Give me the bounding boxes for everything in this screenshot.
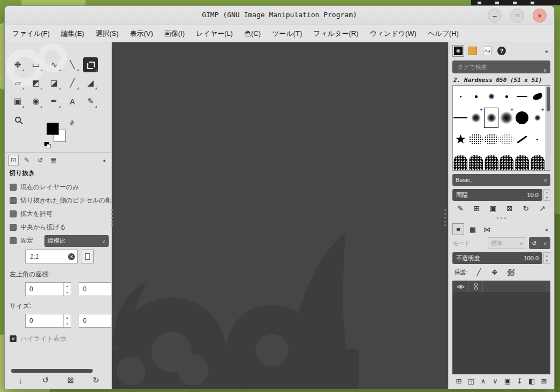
visibility-column[interactable]	[453, 281, 469, 292]
layers-list[interactable]	[452, 292, 550, 374]
titlebar[interactable]: GIMP (GNU Image Manipulation Program) – …	[5, 6, 554, 25]
foreground-color-swatch[interactable]	[47, 123, 59, 135]
lower-layer-button[interactable]: ∨	[490, 377, 501, 385]
position-x-spinner[interactable]: 0	[25, 282, 71, 296]
brush-thumbnail[interactable]	[530, 107, 546, 129]
brush-thumbnail[interactable]	[499, 107, 514, 129]
brush-thumbnail[interactable]	[530, 86, 546, 107]
menu-help[interactable]: ヘルプ(H)	[428, 29, 459, 39]
tab-layers[interactable]: ≡	[452, 223, 464, 235]
brush-thumbnail[interactable]	[514, 129, 530, 150]
brush-thumbnail[interactable]	[499, 86, 514, 107]
menu-file[interactable]: ファイル(F)	[12, 29, 50, 39]
brush-thumbnail[interactable]	[483, 86, 499, 107]
fixed-checkbox[interactable]	[10, 237, 17, 244]
aspect-select[interactable]: 縦横比	[44, 235, 109, 247]
brush-category-select[interactable]: Basic,	[452, 174, 550, 186]
tab-device-status[interactable]: ✎	[21, 155, 32, 165]
menu-windows[interactable]: ウィンドウ(W)	[369, 29, 416, 39]
menu-image[interactable]: 画像(I)	[164, 29, 185, 39]
restore-preset-button[interactable]: ↺	[40, 375, 51, 385]
chevron-down-icon[interactable]	[543, 64, 547, 74]
brush-thumbnail[interactable]	[499, 129, 514, 150]
canvas-area[interactable]	[112, 42, 448, 389]
tool-zoom[interactable]	[10, 112, 25, 127]
delete-layer-button[interactable]: ⊠	[539, 377, 549, 385]
tool-color-picker[interactable]: ✎	[83, 94, 98, 109]
new-brush-button[interactable]: ⊞	[472, 204, 482, 213]
dock-menu-button[interactable]	[100, 156, 108, 164]
menu-edit[interactable]: 編集(E)	[61, 29, 84, 39]
tool-free-select[interactable]: ∿	[47, 57, 62, 72]
spin-arrows[interactable]	[63, 314, 71, 327]
new-layer-group-button[interactable]: ◫	[466, 377, 476, 385]
menu-colors[interactable]: 色(C)	[244, 29, 261, 39]
dock-menu-button[interactable]	[542, 225, 550, 233]
tool-paths[interactable]: ✒	[47, 94, 62, 109]
maximize-button[interactable]: □	[510, 9, 524, 22]
brush-search-input[interactable]	[452, 61, 550, 73]
dock-divider-handle[interactable]	[449, 216, 554, 221]
mode-options-button[interactable]: ↺	[529, 237, 550, 249]
brush-thumbnail[interactable]	[483, 150, 499, 170]
brush-thumbnail[interactable]	[514, 150, 530, 170]
brush-thumbnail[interactable]	[483, 129, 499, 150]
menu-filters[interactable]: フィルター(R)	[313, 29, 358, 39]
brush-scrollbar[interactable]	[546, 86, 550, 170]
tab-tool-options[interactable]: ⊡	[8, 155, 19, 165]
brush-thumbnail[interactable]	[514, 86, 530, 107]
brush-thumbnail[interactable]	[453, 107, 468, 129]
dock-resize-handle[interactable]	[444, 209, 446, 226]
allow-growing-checkbox[interactable]	[10, 210, 17, 217]
tool-gradient[interactable]: ◪	[47, 76, 62, 91]
brush-thumbnail[interactable]	[499, 150, 514, 170]
tool-rectangle-select[interactable]: ▭	[28, 57, 43, 72]
brush-thumbnail[interactable]	[514, 107, 530, 129]
tab-help[interactable]: ?	[496, 45, 508, 57]
refresh-brushes-button[interactable]: ↻	[520, 204, 531, 213]
edit-brush-button[interactable]: ✎	[455, 204, 466, 213]
tool-crop[interactable]	[83, 57, 98, 72]
brush-thumbnail[interactable]	[453, 86, 468, 107]
menu-tools[interactable]: ツール(T)	[272, 29, 302, 39]
tool-smudge[interactable]: ◉	[28, 94, 43, 109]
tool-move[interactable]: ✥	[10, 57, 25, 72]
anchor-layer-button[interactable]: ↧	[514, 377, 525, 385]
tool-paintbrush[interactable]: ╱	[65, 76, 80, 91]
position-y-spinner[interactable]: 0	[79, 282, 111, 296]
minimize-button[interactable]: –	[488, 9, 502, 22]
menu-layer[interactable]: レイヤー(L)	[196, 29, 233, 39]
link-column[interactable]	[469, 281, 483, 292]
tool-clone[interactable]: ▣	[10, 94, 25, 109]
default-colors-icon[interactable]	[44, 142, 52, 149]
size-x-spinner[interactable]: 0	[25, 314, 71, 328]
raise-layer-button[interactable]: ∧	[478, 377, 488, 385]
brush-thumbnail[interactable]	[468, 150, 484, 170]
brush-thumbnail-selected[interactable]	[483, 107, 499, 129]
tab-patterns[interactable]	[467, 45, 479, 57]
portrait-landscape-button[interactable]	[81, 250, 94, 263]
brush-thumbnail[interactable]	[468, 129, 484, 150]
scrollbar-thumb[interactable]	[547, 87, 550, 111]
expand-from-center-checkbox[interactable]	[10, 224, 17, 231]
scrollbar-thumb[interactable]	[11, 369, 93, 373]
tab-paths[interactable]: ⋈	[481, 223, 493, 235]
lock-pixels-button[interactable]: ╱	[474, 268, 483, 276]
menu-view[interactable]: 表示(V)	[130, 29, 153, 39]
clear-icon[interactable]	[68, 253, 75, 260]
duplicate-layer-button[interactable]: ▣	[502, 377, 513, 385]
close-button[interactable]: ×	[533, 9, 547, 22]
panel-resize-handle[interactable]	[111, 209, 113, 226]
opacity-slider[interactable]: 不透明度 100.0	[452, 252, 542, 264]
dock-menu-button[interactable]	[542, 47, 550, 55]
open-brush-as-image-button[interactable]: ↗	[537, 204, 548, 213]
tool-transform[interactable]: ▱	[10, 76, 25, 91]
reset-defaults-button[interactable]: ↻	[90, 375, 102, 385]
background-window-edge[interactable]	[471, 0, 560, 5]
aspect-ratio-input[interactable]: 1:1	[25, 250, 78, 263]
tab-undo-history[interactable]: ↺	[35, 155, 46, 165]
tab-brushes[interactable]	[452, 45, 464, 57]
current-layer-only-checkbox[interactable]	[10, 184, 17, 191]
opacity-spinner[interactable]	[543, 252, 550, 264]
add-layer-mask-button[interactable]: ◧	[526, 377, 537, 385]
